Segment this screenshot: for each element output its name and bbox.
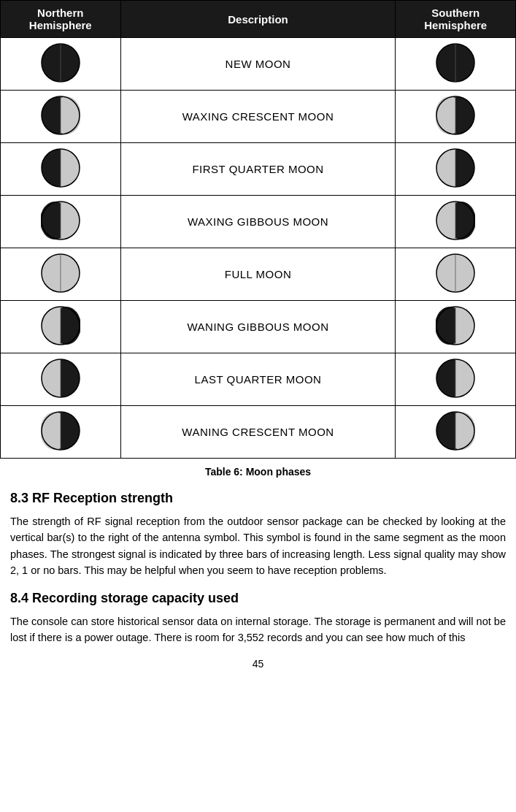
- moon-description: NEW MOON: [120, 38, 396, 91]
- south-moon-cell: [396, 196, 516, 248]
- rf-reception-text: The strength of RF signal reception from…: [10, 513, 506, 579]
- recording-storage-heading: 8.4 Recording storage capacity used: [10, 591, 506, 606]
- rf-reception-heading: 8.3 RF Reception strength: [10, 491, 506, 506]
- table-row: WANING CRESCENT MOON: [1, 406, 516, 459]
- moon-description: WAXING GIBBOUS MOON: [120, 196, 396, 248]
- north-moon-cell: [1, 143, 121, 196]
- north-moon-cell: [1, 301, 121, 353]
- table-caption: Table 6: Moon phases: [0, 466, 516, 478]
- south-moon-cell: [396, 248, 516, 301]
- north-moon-cell: [1, 38, 121, 91]
- header-southern: SouthernHemisphere: [396, 1, 516, 38]
- moon-description: WANING GIBBOUS MOON: [120, 301, 396, 353]
- south-moon-cell: [396, 91, 516, 143]
- moon-description: LAST QUARTER MOON: [120, 353, 396, 406]
- south-moon-cell: [396, 353, 516, 406]
- table-row: WANING GIBBOUS MOON: [1, 301, 516, 353]
- recording-storage-text: The console can store historical sensor …: [10, 613, 506, 646]
- header-description: Description: [120, 1, 396, 38]
- south-moon-cell: [396, 301, 516, 353]
- header-northern: NorthernHemisphere: [1, 1, 121, 38]
- moon-description: FULL MOON: [120, 248, 396, 301]
- table-row: NEW MOON: [1, 38, 516, 91]
- north-moon-cell: [1, 353, 121, 406]
- moon-description: FIRST QUARTER MOON: [120, 143, 396, 196]
- table-row: FULL MOON: [1, 248, 516, 301]
- moon-description: WANING CRESCENT MOON: [120, 406, 396, 459]
- page-number: 45: [0, 658, 516, 670]
- north-moon-cell: [1, 91, 121, 143]
- moon-description: WAXING CRESCENT MOON: [120, 91, 396, 143]
- table-row: WAXING GIBBOUS MOON: [1, 196, 516, 248]
- table-row: WAXING CRESCENT MOON: [1, 91, 516, 143]
- table-row: FIRST QUARTER MOON: [1, 143, 516, 196]
- south-moon-cell: [396, 38, 516, 91]
- north-moon-cell: [1, 406, 121, 459]
- table-row: LAST QUARTER MOON: [1, 353, 516, 406]
- south-moon-cell: [396, 143, 516, 196]
- north-moon-cell: [1, 196, 121, 248]
- south-moon-cell: [396, 406, 516, 459]
- north-moon-cell: [1, 248, 121, 301]
- moon-phases-table: NorthernHemisphere Description SouthernH…: [0, 0, 516, 459]
